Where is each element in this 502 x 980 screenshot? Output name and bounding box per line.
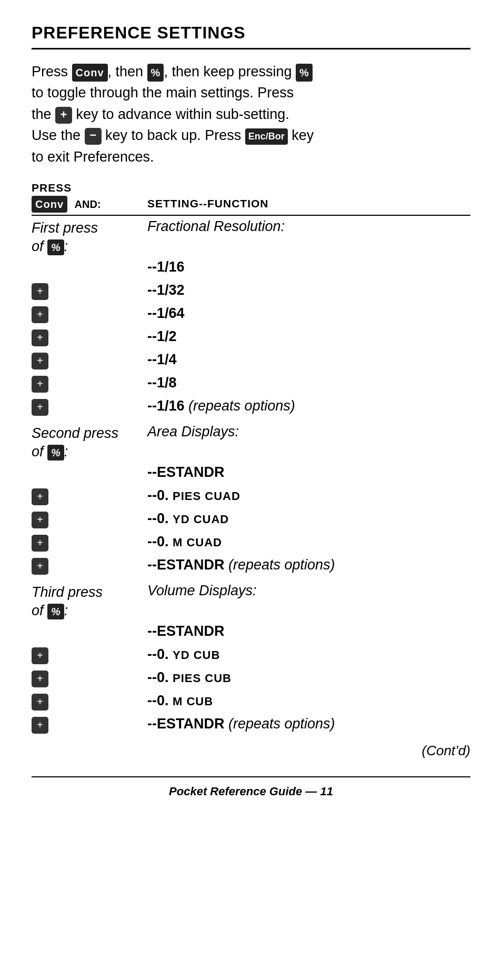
plus-icon-row-1: + — [32, 281, 147, 300]
footer-label: Pocket Reference Guide — 11 — [32, 776, 470, 800]
plus-icon-row-4: + — [32, 351, 147, 369]
table-row: + --1/4 — [32, 348, 470, 372]
left-empty-3 — [32, 631, 147, 633]
frac-1-2: --1/2 — [147, 327, 470, 347]
plus-key-area-2: + — [32, 512, 48, 528]
table-row: + --1/32 — [32, 279, 470, 302]
table-row: + --0. PIES CUB — [32, 666, 470, 689]
plus-icon-row-6: + — [32, 397, 147, 416]
first-press-function-label: Fractional Resolution: — [147, 217, 470, 237]
left-empty-1 — [32, 266, 147, 268]
table-row: + --0. YD CUB — [32, 643, 470, 666]
minus-key-intro: − — [85, 128, 102, 145]
plus-key-1: + — [32, 283, 48, 300]
plus-key-vol-4: + — [32, 717, 48, 734]
second-press-function-label: Area Displays: — [147, 422, 470, 442]
vol-m-cub: --0. M CUB — [147, 691, 470, 711]
conv-key-badge: Conv — [72, 64, 108, 82]
contd-label: (Cont’d) — [32, 741, 470, 760]
percent-key-third: % — [47, 604, 64, 619]
table-row: --1/16 — [32, 256, 470, 279]
plus-icon-vol-2: + — [32, 668, 147, 687]
frac-1-16-default: --1/16 — [147, 257, 470, 277]
percent-key-1: % — [147, 64, 164, 82]
table-row: + --1/8 — [32, 372, 470, 395]
plus-key-vol-2: + — [32, 671, 48, 687]
frac-1-16-repeat: --1/16 (repeats options) — [147, 396, 470, 416]
press-header: Press — [32, 180, 470, 195]
area-pies-cuad: --0. PIES CUAD — [147, 486, 470, 506]
first-press-label: First press of %: — [32, 217, 147, 256]
encbor-key: Enc/Bor — [245, 128, 288, 145]
vol-estandr-repeat: --ESTANDR (repeats options) — [147, 714, 470, 734]
table-row: --ESTANDR — [32, 620, 470, 643]
area-m-cuad: --0. M CUAD — [147, 532, 470, 552]
second-press-section: Second press of %: Area Displays: --ESTA… — [32, 422, 470, 577]
table-header-row: Conv AND: Setting--Function — [32, 196, 470, 216]
plus-key-intro: + — [55, 107, 72, 124]
plus-icon-row-3: + — [32, 327, 147, 346]
table-row: + --1/16 (repeats options) — [32, 395, 470, 418]
plus-icon-vol-3: + — [32, 692, 147, 711]
frac-1-4: --1/4 — [147, 350, 470, 370]
plus-key-vol-1: + — [32, 647, 48, 664]
table-row: + --ESTANDR (repeats options) — [32, 554, 470, 577]
plus-icon-area-2: + — [32, 509, 147, 528]
plus-key-5: + — [32, 376, 48, 393]
plus-key-vol-3: + — [32, 694, 48, 711]
table-row: + --1/64 — [32, 302, 470, 325]
frac-1-32: --1/32 — [147, 281, 470, 301]
third-press-label-row: Third press of %: Volume Displays: — [32, 581, 470, 620]
third-press-function-label: Volume Displays: — [147, 581, 470, 601]
plus-icon-area-3: + — [32, 533, 147, 552]
plus-icon-row-5: + — [32, 374, 147, 393]
third-press-section: Third press of %: Volume Displays: --EST… — [32, 581, 470, 736]
plus-key-3: + — [32, 329, 48, 346]
second-press-label-row: Second press of %: Area Displays: — [32, 422, 470, 461]
vol-pies-cub: --0. PIES CUB — [147, 668, 470, 688]
area-yd-cuad: --0. YD CUAD — [147, 509, 470, 529]
plus-key-4: + — [32, 353, 48, 369]
table-row: --ESTANDR — [32, 461, 470, 484]
left-empty-2 — [32, 472, 147, 474]
percent-key-2: % — [296, 64, 313, 82]
setting-function-header: Setting--Function — [147, 196, 470, 213]
frac-1-8: --1/8 — [147, 373, 470, 393]
percent-key-second: % — [47, 445, 64, 461]
table-row: + --0. PIES CUAD — [32, 484, 470, 507]
conv-badge-header: Conv — [32, 196, 67, 213]
plus-key-area-3: + — [32, 535, 48, 552]
plus-icon-vol-1: + — [32, 645, 147, 664]
area-estandr-default: --ESTANDR — [147, 463, 470, 483]
table-row: + --0. M CUAD — [32, 531, 470, 554]
first-press-label-row: First press of %: Fractional Resolution: — [32, 217, 470, 256]
intro-paragraph: Press Conv, then %, then keep pressing %… — [32, 61, 470, 168]
first-press-section: First press of %: Fractional Resolution:… — [32, 217, 470, 418]
third-press-label: Third press of %: — [32, 581, 147, 620]
table-row: + --0. M CUB — [32, 689, 470, 713]
plus-icon-vol-4: + — [32, 715, 147, 734]
vol-yd-cub: --0. YD CUB — [147, 645, 470, 665]
plus-key-2: + — [32, 306, 48, 323]
table-row: + --1/2 — [32, 325, 470, 348]
second-press-label: Second press of %: — [32, 422, 147, 461]
table-row: + --ESTANDR (repeats options) — [32, 713, 470, 736]
conv-and-header: Conv AND: — [32, 196, 147, 213]
table-row: + --0. YD CUAD — [32, 507, 470, 531]
plus-key-area-1: + — [32, 488, 48, 505]
plus-icon-area-1: + — [32, 486, 147, 505]
press-label: Press — [32, 180, 147, 195]
plus-icon-row-2: + — [32, 304, 147, 323]
plus-icon-area-4: + — [32, 556, 147, 575]
plus-key-6: + — [32, 399, 48, 416]
frac-1-64: --1/64 — [147, 304, 470, 324]
plus-key-area-4: + — [32, 558, 48, 575]
page-title: Preference Settings — [32, 21, 470, 49]
percent-key-first: % — [47, 239, 64, 255]
area-estandr-repeat: --ESTANDR (repeats options) — [147, 555, 470, 575]
vol-estandr-default: --ESTANDR — [147, 622, 470, 642]
